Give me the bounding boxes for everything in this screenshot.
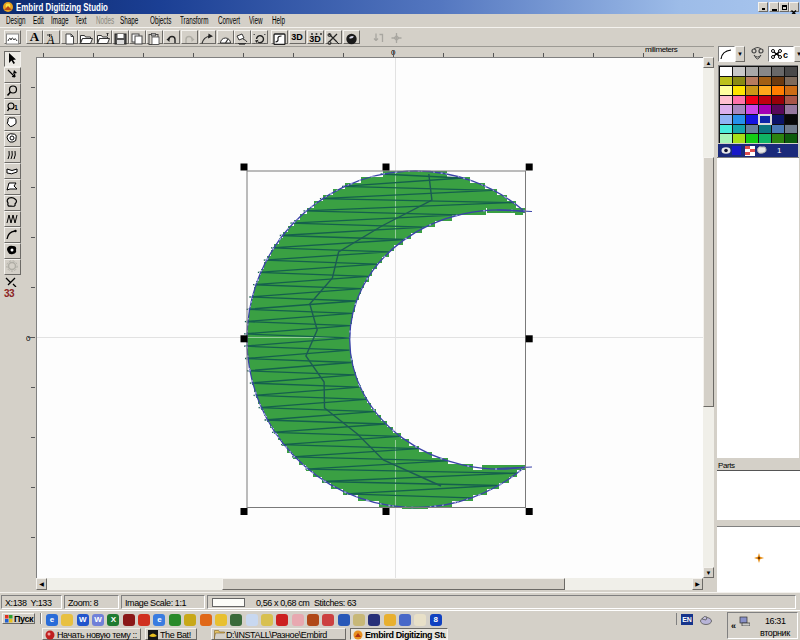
svg-text:c: c <box>783 50 788 60</box>
svg-text:1: 1 <box>14 104 18 111</box>
